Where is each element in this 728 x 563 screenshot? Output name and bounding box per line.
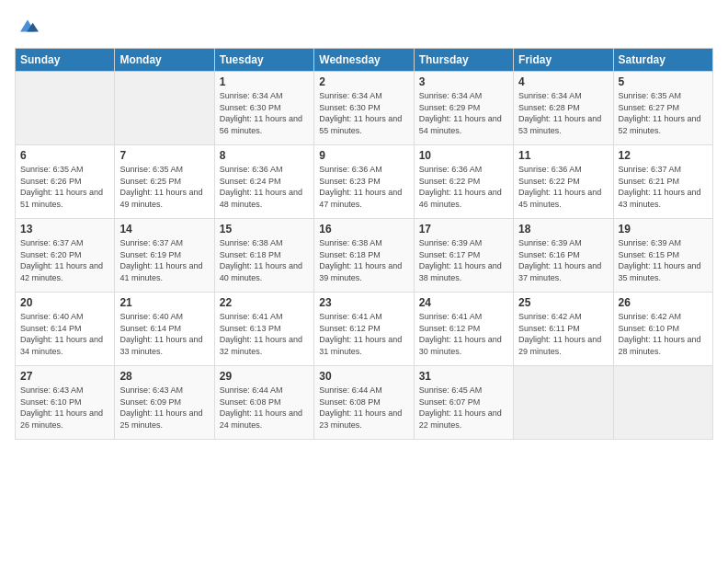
- day-cell: 24 Sunrise: 6:41 AM Sunset: 6:12 PM Dayl…: [414, 293, 513, 366]
- day-info: Sunrise: 6:39 AM Sunset: 6:16 PM Dayligh…: [518, 237, 608, 283]
- day-cell: 17 Sunrise: 6:39 AM Sunset: 6:17 PM Dayl…: [414, 219, 513, 293]
- day-cell: 7 Sunrise: 6:35 AM Sunset: 6:25 PM Dayli…: [115, 145, 214, 219]
- day-number: 28: [119, 370, 209, 383]
- day-info: Sunrise: 6:36 AM Sunset: 6:22 PM Dayligh…: [518, 164, 608, 210]
- page-container: SundayMondayTuesdayWednesdayThursdayFrid…: [0, 0, 728, 447]
- header-cell-wednesday: Wednesday: [314, 49, 414, 72]
- day-number: 20: [20, 296, 109, 309]
- day-number: 4: [518, 75, 608, 88]
- day-number: 16: [319, 223, 408, 236]
- day-number: 13: [20, 223, 109, 236]
- day-info: Sunrise: 6:42 AM Sunset: 6:11 PM Dayligh…: [518, 311, 608, 357]
- day-info: Sunrise: 6:43 AM Sunset: 6:09 PM Dayligh…: [119, 385, 209, 431]
- day-number: 2: [319, 75, 408, 88]
- day-info: Sunrise: 6:35 AM Sunset: 6:27 PM Dayligh…: [619, 90, 708, 136]
- day-number: 12: [619, 149, 708, 162]
- header-cell-thursday: Thursday: [414, 49, 513, 72]
- day-info: Sunrise: 6:34 AM Sunset: 6:28 PM Dayligh…: [518, 90, 608, 136]
- calendar-body: 1 Sunrise: 6:34 AM Sunset: 6:30 PM Dayli…: [16, 72, 713, 440]
- day-cell: [613, 366, 712, 440]
- day-cell: 4 Sunrise: 6:34 AM Sunset: 6:28 PM Dayli…: [514, 72, 613, 145]
- day-cell: 6 Sunrise: 6:35 AM Sunset: 6:26 PM Dayli…: [16, 145, 115, 219]
- day-cell: 27 Sunrise: 6:43 AM Sunset: 6:10 PM Dayl…: [16, 366, 115, 440]
- day-info: Sunrise: 6:37 AM Sunset: 6:20 PM Dayligh…: [20, 237, 109, 283]
- header-cell-tuesday: Tuesday: [214, 49, 313, 72]
- day-number: 25: [518, 296, 608, 309]
- day-number: 27: [20, 370, 109, 383]
- day-cell: 20 Sunrise: 6:40 AM Sunset: 6:14 PM Dayl…: [16, 293, 115, 366]
- day-number: 5: [619, 75, 708, 88]
- day-number: 11: [518, 149, 608, 162]
- day-number: 9: [319, 149, 408, 162]
- day-cell: 16 Sunrise: 6:38 AM Sunset: 6:18 PM Dayl…: [314, 219, 414, 293]
- calendar-header-row: SundayMondayTuesdayWednesdayThursdayFrid…: [16, 49, 713, 72]
- day-cell: 25 Sunrise: 6:42 AM Sunset: 6:11 PM Dayl…: [514, 293, 613, 366]
- header-cell-sunday: Sunday: [16, 49, 115, 72]
- day-number: 8: [220, 149, 309, 162]
- day-number: 24: [419, 296, 508, 309]
- week-row-4: 27 Sunrise: 6:43 AM Sunset: 6:10 PM Dayl…: [16, 366, 713, 440]
- logo: [15, 15, 39, 37]
- day-number: 21: [119, 296, 209, 309]
- day-info: Sunrise: 6:36 AM Sunset: 6:24 PM Dayligh…: [220, 164, 309, 210]
- day-cell: 12 Sunrise: 6:37 AM Sunset: 6:21 PM Dayl…: [613, 145, 712, 219]
- day-number: 31: [419, 370, 508, 383]
- day-number: 3: [419, 75, 508, 88]
- day-cell: 1 Sunrise: 6:34 AM Sunset: 6:30 PM Dayli…: [214, 72, 313, 145]
- day-cell: 19 Sunrise: 6:39 AM Sunset: 6:15 PM Dayl…: [613, 219, 712, 293]
- day-number: 14: [119, 223, 209, 236]
- day-info: Sunrise: 6:34 AM Sunset: 6:30 PM Dayligh…: [319, 90, 408, 136]
- week-row-1: 6 Sunrise: 6:35 AM Sunset: 6:26 PM Dayli…: [16, 145, 713, 219]
- day-number: 17: [419, 223, 508, 236]
- day-info: Sunrise: 6:38 AM Sunset: 6:18 PM Dayligh…: [220, 237, 309, 283]
- day-info: Sunrise: 6:40 AM Sunset: 6:14 PM Dayligh…: [20, 311, 109, 357]
- day-cell: 10 Sunrise: 6:36 AM Sunset: 6:22 PM Dayl…: [414, 145, 513, 219]
- day-info: Sunrise: 6:45 AM Sunset: 6:07 PM Dayligh…: [419, 385, 508, 431]
- day-info: Sunrise: 6:41 AM Sunset: 6:12 PM Dayligh…: [319, 311, 408, 357]
- day-cell: 21 Sunrise: 6:40 AM Sunset: 6:14 PM Dayl…: [115, 293, 214, 366]
- day-cell: [16, 72, 115, 145]
- header-cell-monday: Monday: [115, 49, 214, 72]
- day-info: Sunrise: 6:43 AM Sunset: 6:10 PM Dayligh…: [20, 385, 109, 431]
- day-number: 6: [20, 149, 109, 162]
- day-cell: 11 Sunrise: 6:36 AM Sunset: 6:22 PM Dayl…: [514, 145, 613, 219]
- day-number: 18: [518, 223, 608, 236]
- day-info: Sunrise: 6:34 AM Sunset: 6:30 PM Dayligh…: [220, 90, 309, 136]
- day-number: 26: [619, 296, 708, 309]
- day-cell: 30 Sunrise: 6:44 AM Sunset: 6:08 PM Dayl…: [314, 366, 414, 440]
- day-cell: 31 Sunrise: 6:45 AM Sunset: 6:07 PM Dayl…: [414, 366, 513, 440]
- day-number: 7: [119, 149, 209, 162]
- day-info: Sunrise: 6:38 AM Sunset: 6:18 PM Dayligh…: [319, 237, 408, 283]
- day-cell: 23 Sunrise: 6:41 AM Sunset: 6:12 PM Dayl…: [314, 293, 414, 366]
- day-info: Sunrise: 6:36 AM Sunset: 6:23 PM Dayligh…: [319, 164, 408, 210]
- day-number: 19: [619, 223, 708, 236]
- day-info: Sunrise: 6:37 AM Sunset: 6:21 PM Dayligh…: [619, 164, 708, 210]
- day-info: Sunrise: 6:41 AM Sunset: 6:12 PM Dayligh…: [419, 311, 508, 357]
- day-number: 29: [220, 370, 309, 383]
- day-number: 1: [220, 75, 309, 88]
- day-info: Sunrise: 6:42 AM Sunset: 6:10 PM Dayligh…: [619, 311, 708, 357]
- day-cell: [115, 72, 214, 145]
- day-info: Sunrise: 6:35 AM Sunset: 6:25 PM Dayligh…: [119, 164, 209, 210]
- day-cell: 8 Sunrise: 6:36 AM Sunset: 6:24 PM Dayli…: [214, 145, 313, 219]
- week-row-0: 1 Sunrise: 6:34 AM Sunset: 6:30 PM Dayli…: [16, 72, 713, 145]
- header: [15, 15, 713, 37]
- day-cell: 13 Sunrise: 6:37 AM Sunset: 6:20 PM Dayl…: [16, 219, 115, 293]
- day-cell: 26 Sunrise: 6:42 AM Sunset: 6:10 PM Dayl…: [613, 293, 712, 366]
- day-info: Sunrise: 6:44 AM Sunset: 6:08 PM Dayligh…: [220, 385, 309, 431]
- day-info: Sunrise: 6:36 AM Sunset: 6:22 PM Dayligh…: [419, 164, 508, 210]
- day-info: Sunrise: 6:39 AM Sunset: 6:15 PM Dayligh…: [619, 237, 708, 283]
- day-info: Sunrise: 6:44 AM Sunset: 6:08 PM Dayligh…: [319, 385, 408, 431]
- day-cell: 5 Sunrise: 6:35 AM Sunset: 6:27 PM Dayli…: [613, 72, 712, 145]
- day-number: 30: [319, 370, 408, 383]
- week-row-2: 13 Sunrise: 6:37 AM Sunset: 6:20 PM Dayl…: [16, 219, 713, 293]
- day-info: Sunrise: 6:40 AM Sunset: 6:14 PM Dayligh…: [119, 311, 209, 357]
- header-cell-saturday: Saturday: [613, 49, 712, 72]
- day-cell: 29 Sunrise: 6:44 AM Sunset: 6:08 PM Dayl…: [214, 366, 313, 440]
- day-cell: 3 Sunrise: 6:34 AM Sunset: 6:29 PM Dayli…: [414, 72, 513, 145]
- day-cell: 18 Sunrise: 6:39 AM Sunset: 6:16 PM Dayl…: [514, 219, 613, 293]
- logo-icon: [17, 15, 39, 37]
- week-row-3: 20 Sunrise: 6:40 AM Sunset: 6:14 PM Dayl…: [16, 293, 713, 366]
- day-number: 15: [220, 223, 309, 236]
- day-info: Sunrise: 6:37 AM Sunset: 6:19 PM Dayligh…: [119, 237, 209, 283]
